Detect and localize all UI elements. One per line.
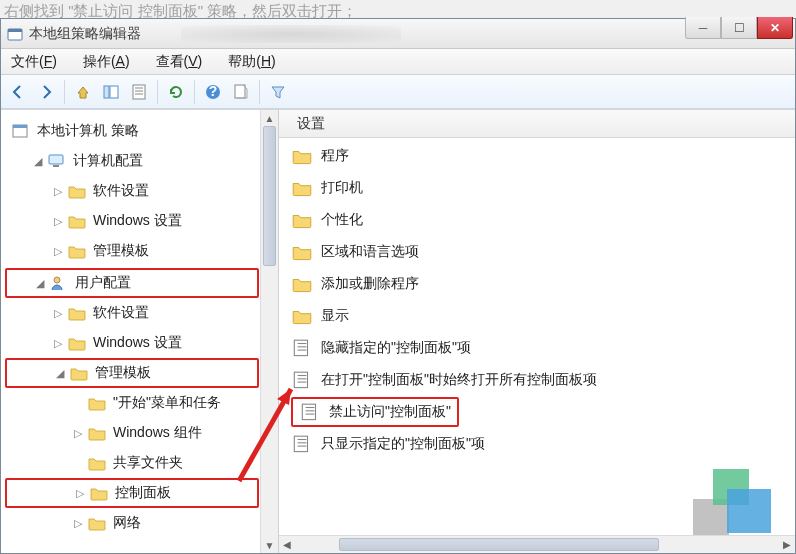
show-hide-tree-button[interactable] — [98, 79, 124, 105]
scroll-left-icon[interactable]: ◀ — [279, 536, 295, 553]
folder-icon — [291, 274, 313, 294]
window: 本地组策略编辑器 ─ ☐ ✕ 文件(F) 操作(A) 查看(V) 帮助(H) — [0, 18, 796, 554]
tree-item-control-panel[interactable]: ▷ 控制面板 — [5, 478, 259, 508]
list-item-add-remove-programs[interactable]: 添加或删除程序 — [291, 268, 783, 300]
filter-button[interactable] — [265, 79, 291, 105]
tree-label: "开始"菜单和任务 — [113, 394, 221, 412]
list-item-printers[interactable]: 打印机 — [291, 172, 783, 204]
close-button[interactable]: ✕ — [757, 17, 793, 39]
toolbar-separator — [64, 80, 65, 104]
up-button[interactable] — [70, 79, 96, 105]
tree-item-software-settings[interactable]: ▷ 软件设置 — [5, 176, 259, 206]
svg-rect-3 — [110, 86, 118, 98]
tree-label: 用户配置 — [75, 274, 131, 292]
back-button[interactable] — [5, 79, 31, 105]
tree-label: 本地计算机 策略 — [37, 122, 139, 140]
svg-rect-28 — [294, 436, 307, 451]
tree-item-windows-components[interactable]: ▷ Windows 组件 — [5, 418, 259, 448]
svg-rect-2 — [104, 86, 109, 98]
properties-button[interactable] — [126, 79, 152, 105]
tree-item-admin-templates[interactable]: ▷ 管理模板 — [5, 236, 259, 266]
expander-open-icon[interactable]: ◢ — [33, 276, 47, 290]
tree-label: 计算机配置 — [73, 152, 143, 170]
menu-file[interactable]: 文件(F) — [7, 51, 61, 73]
svg-rect-1 — [8, 29, 22, 32]
tree-item-software-settings-user[interactable]: ▷ 软件设置 — [5, 298, 259, 328]
scroll-thumb[interactable] — [339, 538, 659, 551]
tree-root[interactable]: 本地计算机 策略 — [5, 116, 259, 146]
title-decoration — [181, 25, 401, 43]
list-item-personalization[interactable]: 个性化 — [291, 204, 783, 236]
menu-view[interactable]: 查看(V) — [152, 51, 207, 73]
folder-icon — [67, 212, 87, 230]
client-area: 本地计算机 策略 ◢ 计算机配置 ▷ 软件设置 ▷ — [1, 109, 795, 553]
settings-list: 程序 打印机 个性化 区域和语言选项 — [279, 138, 795, 535]
list-item-display[interactable]: 显示 — [291, 300, 783, 332]
menu-help[interactable]: 帮助(H) — [224, 51, 279, 73]
list-label: 显示 — [321, 307, 349, 325]
forward-button[interactable] — [33, 79, 59, 105]
menu-action[interactable]: 操作(A) — [79, 51, 134, 73]
list-item-prohibit-access[interactable]: 禁止访问"控制面板" — [291, 396, 783, 428]
folder-icon — [291, 306, 313, 326]
tree-item-network[interactable]: ▷ 网络 — [5, 508, 259, 538]
export-list-button[interactable] — [228, 79, 254, 105]
tree-pane: 本地计算机 策略 ◢ 计算机配置 ▷ 软件设置 ▷ — [1, 110, 279, 553]
list-label: 添加或删除程序 — [321, 275, 419, 293]
list-label: 隐藏指定的"控制面板"项 — [321, 339, 471, 357]
expander-spacer — [71, 396, 85, 410]
expander-closed-icon[interactable]: ▷ — [71, 426, 85, 440]
tree-item-admin-templates-user[interactable]: ◢ 管理模板 — [5, 358, 259, 388]
tree-label: 共享文件夹 — [113, 454, 183, 472]
expander-closed-icon[interactable]: ▷ — [51, 184, 65, 198]
policy-icon — [299, 402, 321, 422]
user-icon — [49, 274, 69, 292]
list-item-programs[interactable]: 程序 — [291, 140, 783, 172]
scroll-right-icon[interactable]: ▶ — [779, 536, 795, 553]
tree-item-shared-folders[interactable]: 共享文件夹 — [5, 448, 259, 478]
tree-item-windows-settings-user[interactable]: ▷ Windows 设置 — [5, 328, 259, 358]
folder-icon — [87, 454, 107, 472]
toolbar: ? — [1, 75, 795, 109]
folder-icon — [67, 334, 87, 352]
tree-label: 管理模板 — [95, 364, 151, 382]
scroll-down-icon[interactable]: ▼ — [261, 537, 278, 553]
tree-user-config[interactable]: ◢ 用户配置 — [5, 268, 259, 298]
list-item-hide-specified[interactable]: 隐藏指定的"控制面板"项 — [291, 332, 783, 364]
refresh-button[interactable] — [163, 79, 189, 105]
folder-icon — [87, 394, 107, 412]
folder-icon — [89, 484, 109, 502]
svg-rect-12 — [13, 125, 27, 128]
titlebar: 本地组策略编辑器 ─ ☐ ✕ — [1, 19, 795, 49]
list-item-show-only-specified[interactable]: 只显示指定的"控制面板"项 — [291, 428, 783, 460]
expander-open-icon[interactable]: ◢ — [31, 154, 45, 168]
folder-icon — [67, 304, 87, 322]
tree-item-start-menu[interactable]: "开始"菜单和任务 — [5, 388, 259, 418]
expander-closed-icon[interactable]: ▷ — [51, 214, 65, 228]
policy-root-icon — [11, 122, 31, 140]
tree-label: 软件设置 — [93, 304, 149, 322]
list-item-region-language[interactable]: 区域和语言选项 — [291, 236, 783, 268]
maximize-button[interactable]: ☐ — [721, 17, 757, 39]
svg-rect-20 — [294, 372, 307, 387]
list-horizontal-scrollbar[interactable]: ◀ ▶ — [279, 535, 795, 553]
expander-closed-icon[interactable]: ▷ — [51, 244, 65, 258]
column-header-setting[interactable]: 设置 — [279, 110, 795, 138]
expander-open-icon[interactable]: ◢ — [53, 366, 67, 380]
help-button[interactable]: ? — [200, 79, 226, 105]
policy-icon — [291, 434, 313, 454]
scroll-thumb[interactable] — [263, 126, 276, 266]
expander-closed-icon[interactable]: ▷ — [51, 306, 65, 320]
expander-closed-icon[interactable]: ▷ — [73, 486, 87, 500]
scroll-up-icon[interactable]: ▲ — [261, 110, 278, 126]
minimize-button[interactable]: ─ — [685, 17, 721, 39]
tree-item-windows-settings[interactable]: ▷ Windows 设置 — [5, 206, 259, 236]
list-item-always-open-all[interactable]: 在打开"控制面板"时始终打开所有控制面板项 — [291, 364, 783, 396]
expander-closed-icon[interactable]: ▷ — [51, 336, 65, 350]
tree-label: 网络 — [113, 514, 141, 532]
tree-computer-config[interactable]: ◢ 计算机配置 — [5, 146, 259, 176]
tree-vertical-scrollbar[interactable]: ▲ ▼ — [260, 110, 278, 553]
expander-closed-icon[interactable]: ▷ — [71, 516, 85, 530]
svg-rect-10 — [235, 85, 245, 98]
svg-point-15 — [54, 277, 60, 283]
